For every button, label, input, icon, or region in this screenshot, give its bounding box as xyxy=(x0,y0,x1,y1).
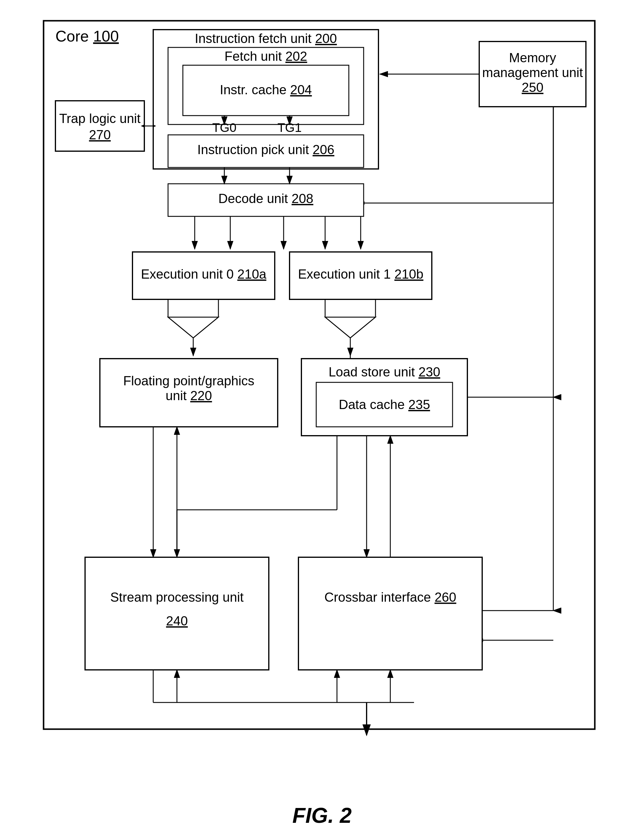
instruction-pick-label: Instruction pick unit 206 xyxy=(197,142,334,157)
exec-unit-0-label: Execution unit 0 210a xyxy=(141,267,267,281)
stream-proc-label1: Stream processing unit xyxy=(110,590,244,604)
fig-label: FIG. 2 xyxy=(269,803,375,827)
core-label: Core 100 xyxy=(56,27,119,45)
arrow-trap-right xyxy=(153,125,156,128)
to-from-label: To/from crossbar xyxy=(269,830,375,832)
float-unit-label1: Floating point/graphics xyxy=(123,373,254,388)
trap-logic-box xyxy=(56,101,144,151)
exec-unit-1-label: Execution unit 1 210b xyxy=(298,267,423,281)
memory-mgmt-label: Memory xyxy=(509,50,556,65)
architecture-diagram: Core 100 Instruction fetch unit 200 Fetc… xyxy=(41,18,604,789)
instruction-fetch-label: Instruction fetch unit 200 xyxy=(195,31,337,46)
data-cache-label: Data cache 235 xyxy=(339,397,430,412)
trap-logic-num: 270 xyxy=(89,128,110,142)
memory-mgmt-num: 250 xyxy=(522,80,543,94)
funnel-eu1 xyxy=(325,317,376,338)
crossbar-label: Crossbar interface 260 xyxy=(324,590,456,604)
load-store-label: Load store unit 230 xyxy=(328,365,440,379)
crossbar-box xyxy=(299,557,482,670)
memory-mgmt-label2: management unit xyxy=(482,65,583,80)
figure-section: FIG. 2 To/from crossbar xyxy=(269,794,375,832)
instr-cache-label: Instr. cache 204 xyxy=(220,82,312,97)
funnel-eu0 xyxy=(168,317,219,338)
trap-logic-label: Trap logic unit xyxy=(59,111,141,126)
stream-proc-num: 240 xyxy=(166,614,188,628)
page: Core 100 Instruction fetch unit 200 Fetc… xyxy=(0,0,644,832)
arrow-trap-left xyxy=(141,125,144,128)
float-unit-label2: unit 220 xyxy=(165,388,212,403)
decode-unit-label: Decode unit 208 xyxy=(218,191,313,206)
fetch-unit-label: Fetch unit 202 xyxy=(224,49,307,64)
